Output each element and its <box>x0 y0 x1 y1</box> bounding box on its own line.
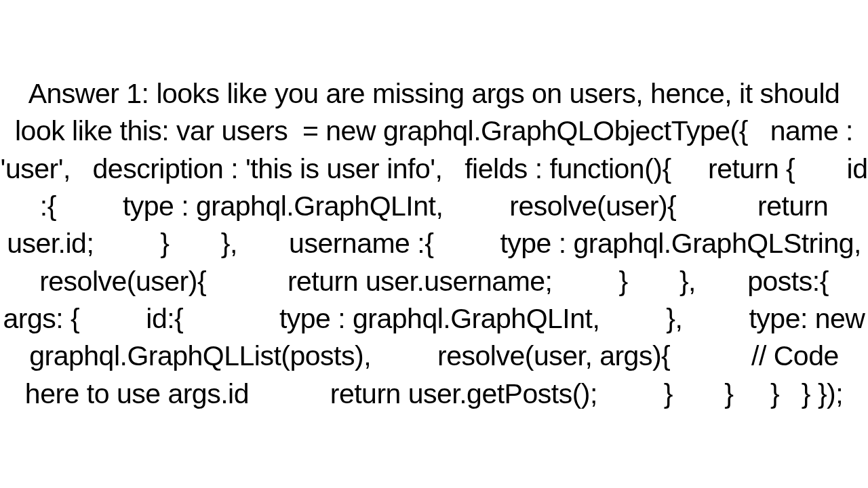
answer-text: Answer 1: looks like you are missing arg… <box>0 75 868 413</box>
